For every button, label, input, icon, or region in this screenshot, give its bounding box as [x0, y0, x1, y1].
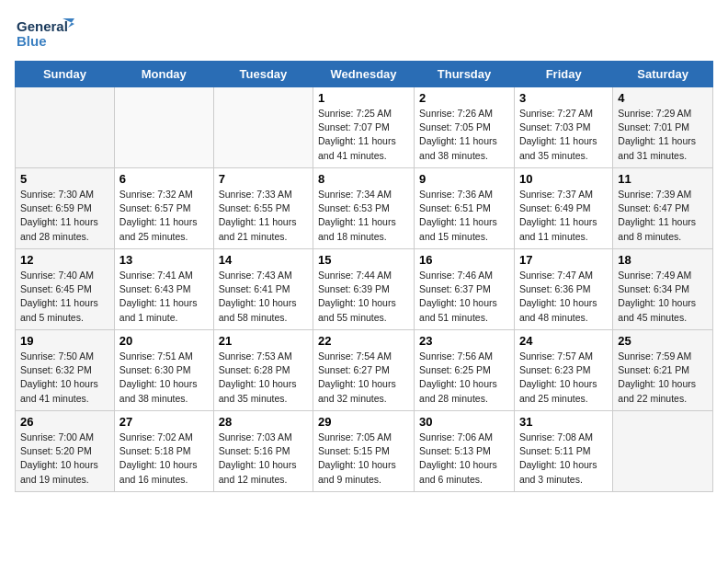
logo: GeneralBlue [15, 15, 79, 53]
day-number: 27 [119, 415, 209, 429]
day-number: 9 [419, 172, 509, 186]
calendar-cell: 4Sunrise: 7:29 AMSunset: 7:01 PMDaylight… [613, 87, 713, 168]
cell-info: Sunrise: 7:37 AMSunset: 6:49 PMDaylight:… [519, 188, 608, 244]
day-number: 6 [119, 172, 209, 186]
cell-info: Sunrise: 7:27 AMSunset: 7:03 PMDaylight:… [519, 107, 608, 163]
calendar-cell: 30Sunrise: 7:06 AMSunset: 5:13 PMDayligh… [415, 411, 515, 492]
cell-info: Sunrise: 7:02 AMSunset: 5:18 PMDaylight:… [119, 431, 209, 487]
calendar-cell: 18Sunrise: 7:49 AMSunset: 6:34 PMDayligh… [613, 249, 713, 330]
day-header-monday: Monday [114, 62, 213, 87]
cell-info: Sunrise: 7:33 AMSunset: 6:55 PMDaylight:… [219, 188, 308, 244]
cell-info: Sunrise: 7:41 AMSunset: 6:43 PMDaylight:… [119, 269, 209, 325]
svg-text:Blue: Blue [17, 33, 47, 49]
cell-info: Sunrise: 7:29 AMSunset: 7:01 PMDaylight:… [618, 107, 708, 163]
day-number: 22 [318, 334, 409, 348]
week-row-3: 12Sunrise: 7:40 AMSunset: 6:45 PMDayligh… [16, 249, 713, 330]
cell-info: Sunrise: 7:43 AMSunset: 6:41 PMDaylight:… [219, 269, 308, 325]
day-number: 7 [219, 172, 308, 186]
day-number: 31 [519, 415, 608, 429]
day-header-wednesday: Wednesday [313, 62, 415, 87]
cell-info: Sunrise: 7:40 AMSunset: 6:45 PMDaylight:… [20, 269, 109, 325]
calendar-cell: 25Sunrise: 7:59 AMSunset: 6:21 PMDayligh… [613, 330, 713, 411]
calendar-cell [16, 87, 115, 168]
day-number: 25 [618, 334, 708, 348]
cell-info: Sunrise: 7:25 AMSunset: 7:07 PMDaylight:… [318, 107, 409, 163]
calendar-cell: 11Sunrise: 7:39 AMSunset: 6:47 PMDayligh… [613, 168, 713, 249]
cell-info: Sunrise: 7:56 AMSunset: 6:25 PMDaylight:… [419, 350, 509, 406]
day-number: 15 [318, 253, 409, 267]
cell-info: Sunrise: 7:51 AMSunset: 6:30 PMDaylight:… [119, 350, 209, 406]
svg-text:General: General [17, 18, 68, 34]
calendar-cell: 28Sunrise: 7:03 AMSunset: 5:16 PMDayligh… [213, 411, 313, 492]
calendar-table: SundayMondayTuesdayWednesdayThursdayFrid… [15, 61, 713, 492]
cell-info: Sunrise: 7:34 AMSunset: 6:53 PMDaylight:… [318, 188, 409, 244]
calendar-cell: 31Sunrise: 7:08 AMSunset: 5:11 PMDayligh… [514, 411, 612, 492]
day-header-thursday: Thursday [415, 62, 515, 87]
cell-info: Sunrise: 7:00 AMSunset: 5:20 PMDaylight:… [20, 431, 109, 487]
cell-info: Sunrise: 7:50 AMSunset: 6:32 PMDaylight:… [20, 350, 109, 406]
day-number: 30 [419, 415, 509, 429]
week-row-1: 1Sunrise: 7:25 AMSunset: 7:07 PMDaylight… [16, 87, 713, 168]
cell-info: Sunrise: 7:46 AMSunset: 6:37 PMDaylight:… [419, 269, 509, 325]
cell-info: Sunrise: 7:08 AMSunset: 5:11 PMDaylight:… [519, 431, 608, 487]
day-number: 13 [119, 253, 209, 267]
day-number: 4 [618, 91, 708, 105]
day-number: 19 [20, 334, 109, 348]
calendar-cell: 13Sunrise: 7:41 AMSunset: 6:43 PMDayligh… [114, 249, 213, 330]
calendar-cell: 14Sunrise: 7:43 AMSunset: 6:41 PMDayligh… [213, 249, 313, 330]
calendar-cell: 20Sunrise: 7:51 AMSunset: 6:30 PMDayligh… [114, 330, 213, 411]
cell-info: Sunrise: 7:06 AMSunset: 5:13 PMDaylight:… [419, 431, 509, 487]
calendar-cell: 16Sunrise: 7:46 AMSunset: 6:37 PMDayligh… [415, 249, 515, 330]
calendar-cell: 3Sunrise: 7:27 AMSunset: 7:03 PMDaylight… [514, 87, 612, 168]
calendar-cell [613, 411, 713, 492]
day-number: 10 [519, 172, 608, 186]
calendar-cell: 29Sunrise: 7:05 AMSunset: 5:15 PMDayligh… [313, 411, 415, 492]
day-number: 21 [219, 334, 308, 348]
week-row-4: 19Sunrise: 7:50 AMSunset: 6:32 PMDayligh… [16, 330, 713, 411]
day-number: 1 [318, 91, 409, 105]
calendar-cell: 12Sunrise: 7:40 AMSunset: 6:45 PMDayligh… [16, 249, 115, 330]
calendar-cell: 2Sunrise: 7:26 AMSunset: 7:05 PMDaylight… [415, 87, 515, 168]
day-number: 11 [618, 172, 708, 186]
calendar-cell: 8Sunrise: 7:34 AMSunset: 6:53 PMDaylight… [313, 168, 415, 249]
day-number: 28 [219, 415, 308, 429]
cell-info: Sunrise: 7:53 AMSunset: 6:28 PMDaylight:… [219, 350, 308, 406]
cell-info: Sunrise: 7:49 AMSunset: 6:34 PMDaylight:… [618, 269, 708, 325]
day-number: 23 [419, 334, 509, 348]
calendar-cell: 6Sunrise: 7:32 AMSunset: 6:57 PMDaylight… [114, 168, 213, 249]
calendar-cell: 1Sunrise: 7:25 AMSunset: 7:07 PMDaylight… [313, 87, 415, 168]
cell-info: Sunrise: 7:39 AMSunset: 6:47 PMDaylight:… [618, 188, 708, 244]
calendar-cell: 10Sunrise: 7:37 AMSunset: 6:49 PMDayligh… [514, 168, 612, 249]
calendar-cell [213, 87, 313, 168]
day-number: 26 [20, 415, 109, 429]
calendar-cell: 17Sunrise: 7:47 AMSunset: 6:36 PMDayligh… [514, 249, 612, 330]
page-header: GeneralBlue [15, 15, 713, 53]
cell-info: Sunrise: 7:47 AMSunset: 6:36 PMDaylight:… [519, 269, 608, 325]
day-number: 18 [618, 253, 708, 267]
week-row-5: 26Sunrise: 7:00 AMSunset: 5:20 PMDayligh… [16, 411, 713, 492]
calendar-cell: 15Sunrise: 7:44 AMSunset: 6:39 PMDayligh… [313, 249, 415, 330]
cell-info: Sunrise: 7:03 AMSunset: 5:16 PMDaylight:… [219, 431, 308, 487]
day-number: 20 [119, 334, 209, 348]
day-header-friday: Friday [514, 62, 612, 87]
calendar-cell: 5Sunrise: 7:30 AMSunset: 6:59 PMDaylight… [16, 168, 115, 249]
logo-svg: GeneralBlue [15, 15, 79, 53]
calendar-cell: 21Sunrise: 7:53 AMSunset: 6:28 PMDayligh… [213, 330, 313, 411]
day-number: 8 [318, 172, 409, 186]
cell-info: Sunrise: 7:26 AMSunset: 7:05 PMDaylight:… [419, 107, 509, 163]
calendar-cell: 19Sunrise: 7:50 AMSunset: 6:32 PMDayligh… [16, 330, 115, 411]
cell-info: Sunrise: 7:57 AMSunset: 6:23 PMDaylight:… [519, 350, 608, 406]
day-header-saturday: Saturday [613, 62, 713, 87]
day-number: 3 [519, 91, 608, 105]
calendar-cell: 23Sunrise: 7:56 AMSunset: 6:25 PMDayligh… [415, 330, 515, 411]
cell-info: Sunrise: 7:05 AMSunset: 5:15 PMDaylight:… [318, 431, 409, 487]
day-number: 17 [519, 253, 608, 267]
day-number: 14 [219, 253, 308, 267]
cell-info: Sunrise: 7:30 AMSunset: 6:59 PMDaylight:… [20, 188, 109, 244]
cell-info: Sunrise: 7:54 AMSunset: 6:27 PMDaylight:… [318, 350, 409, 406]
day-number: 5 [20, 172, 109, 186]
day-number: 12 [20, 253, 109, 267]
calendar-cell: 9Sunrise: 7:36 AMSunset: 6:51 PMDaylight… [415, 168, 515, 249]
day-header-sunday: Sunday [16, 62, 115, 87]
calendar-cell: 27Sunrise: 7:02 AMSunset: 5:18 PMDayligh… [114, 411, 213, 492]
